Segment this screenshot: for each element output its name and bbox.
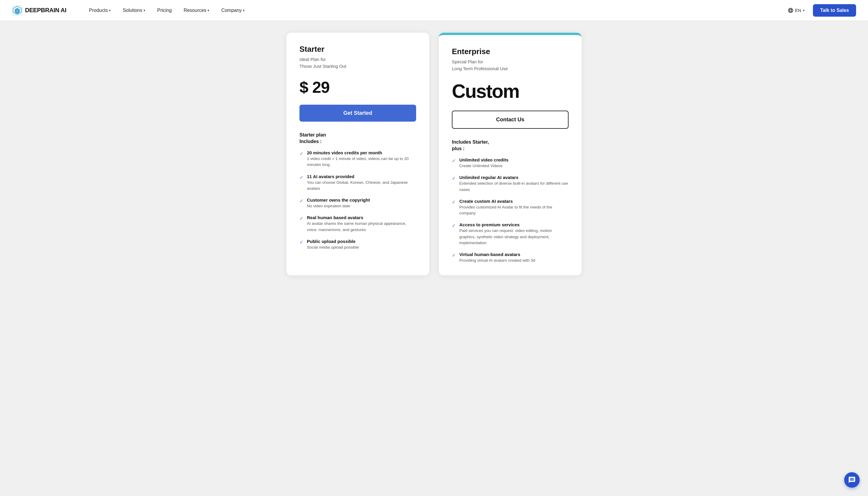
- globe-icon: [788, 8, 793, 13]
- feature-title: 11 AI avatars provided: [307, 174, 416, 179]
- enterprise-cta-button[interactable]: Contact Us: [452, 111, 569, 129]
- brand-name: DEEPBRAIN AI: [25, 7, 66, 14]
- feature-title: Public upload possible: [307, 239, 359, 244]
- feature-title: Customer owns the copyright: [307, 198, 370, 202]
- feature-desc: Provides customized AI Avatar to fit the…: [459, 204, 569, 216]
- chat-icon: [848, 476, 856, 484]
- enterprise-price: Custom: [452, 80, 569, 102]
- feature-title: Real human based avatars: [307, 215, 416, 220]
- starter-cta-button[interactable]: Get Started: [299, 105, 416, 122]
- products-chevron-icon: ▾: [109, 8, 111, 13]
- enterprise-plan-name: Enterprise: [452, 47, 569, 56]
- enterprise-features-subheader: plus :: [452, 146, 569, 151]
- list-item: ✓ Real human based avatars AI avatar sha…: [299, 215, 416, 233]
- svg-point-4: [788, 8, 793, 13]
- feature-desc: Extended selection of diverse built-in a…: [459, 181, 569, 193]
- feature-title: Create custom AI avatars: [459, 199, 569, 204]
- list-item: ✓ Customer owns the copyright No video e…: [299, 198, 416, 209]
- navbar: DEEPBRAIN AI Products ▾ Solutions ▾ Pric…: [0, 0, 868, 21]
- enterprise-features-header: Includes Starter,: [452, 139, 569, 145]
- check-icon: ✓: [299, 216, 303, 221]
- check-icon: ✓: [452, 158, 456, 164]
- pricing-section: Starter Ideal Plan for Those Just Starti…: [0, 21, 868, 293]
- starter-feature-list: ✓ 20 minutes video credits per month 1 v…: [299, 150, 416, 250]
- starter-card: Starter Ideal Plan for Those Just Starti…: [286, 33, 429, 275]
- check-icon: ✓: [452, 175, 456, 181]
- list-item: ✓ Unlimited video credits Create Unlimit…: [452, 157, 569, 169]
- check-icon: ✓: [299, 198, 303, 204]
- check-icon: ✓: [452, 252, 456, 258]
- chat-button[interactable]: [844, 472, 860, 488]
- enterprise-plan-desc: Special Plan for Long Term Professional …: [452, 59, 569, 72]
- resources-chevron-icon: ▾: [208, 8, 209, 13]
- feature-desc: Social media upload possible: [307, 245, 359, 250]
- enterprise-feature-list: ✓ Unlimited video credits Create Unlimit…: [452, 157, 569, 263]
- nav-company[interactable]: Company ▾: [216, 5, 249, 15]
- list-item: ✓ Create custom AI avatars Provides cust…: [452, 199, 569, 216]
- starter-price: $ 29: [299, 78, 416, 96]
- starter-plan-name: Starter: [299, 45, 416, 54]
- language-selector[interactable]: EN ▾: [784, 5, 808, 15]
- logo-link[interactable]: DEEPBRAIN AI: [12, 5, 66, 16]
- list-item: ✓ 11 AI avatars provided You can choose …: [299, 174, 416, 192]
- starter-features-subheader: Includes :: [299, 139, 416, 144]
- check-icon: ✓: [299, 151, 303, 156]
- check-icon: ✓: [299, 239, 303, 245]
- feature-desc: No video expiration date: [307, 203, 370, 209]
- list-item: ✓ 20 minutes video credits per month 1 v…: [299, 150, 416, 168]
- svg-point-5: [789, 8, 791, 13]
- feature-title: 20 minutes video credits per month: [307, 150, 416, 155]
- solutions-chevron-icon: ▾: [144, 8, 145, 13]
- nav-pricing[interactable]: Pricing: [152, 5, 177, 15]
- feature-desc: You can choose Global, Korean, Chinese, …: [307, 180, 416, 192]
- feature-title: Virtual human-based avatars: [459, 252, 535, 257]
- check-icon: ✓: [452, 199, 456, 205]
- starter-plan-desc: Ideal Plan for Those Just Starting Out: [299, 56, 416, 69]
- feature-title: Unlimited regular AI avatars: [459, 175, 569, 180]
- enterprise-card: Enterprise Special Plan for Long Term Pr…: [439, 33, 582, 275]
- feature-desc: Paid services you can request: video edi…: [459, 228, 569, 246]
- feature-desc: AI avatar shares the same human physical…: [307, 221, 416, 233]
- nav-products[interactable]: Products ▾: [84, 5, 116, 15]
- company-chevron-icon: ▾: [243, 8, 245, 13]
- logo-icon: [12, 5, 23, 16]
- feature-desc: Create Unlimited Videos: [459, 163, 508, 169]
- lang-chevron-icon: ▾: [803, 8, 805, 13]
- list-item: ✓ Access to premium services Paid servic…: [452, 222, 569, 246]
- check-icon: ✓: [452, 223, 456, 228]
- nav-right: EN ▾ Talk to Sales: [784, 4, 856, 17]
- feature-title: Unlimited video credits: [459, 157, 508, 162]
- nav-resources[interactable]: Resources ▾: [179, 5, 214, 15]
- feature-title: Access to premium services: [459, 222, 569, 227]
- nav-solutions[interactable]: Solutions ▾: [118, 5, 150, 15]
- starter-features-header: Starter plan: [299, 132, 416, 138]
- check-icon: ✓: [299, 174, 303, 180]
- lang-label: EN: [795, 8, 801, 13]
- feature-desc: 1 video credit = 1 minute of video, vide…: [307, 156, 416, 168]
- list-item: ✓ Unlimited regular AI avatars Extended …: [452, 175, 569, 193]
- nav-links: Products ▾ Solutions ▾ Pricing Resources…: [84, 5, 784, 15]
- list-item: ✓ Public upload possible Social media up…: [299, 239, 416, 250]
- feature-desc: Providing virtual AI avatars created wit…: [459, 258, 535, 263]
- talk-to-sales-button[interactable]: Talk to Sales: [813, 4, 856, 17]
- list-item: ✓ Virtual human-based avatars Providing …: [452, 252, 569, 263]
